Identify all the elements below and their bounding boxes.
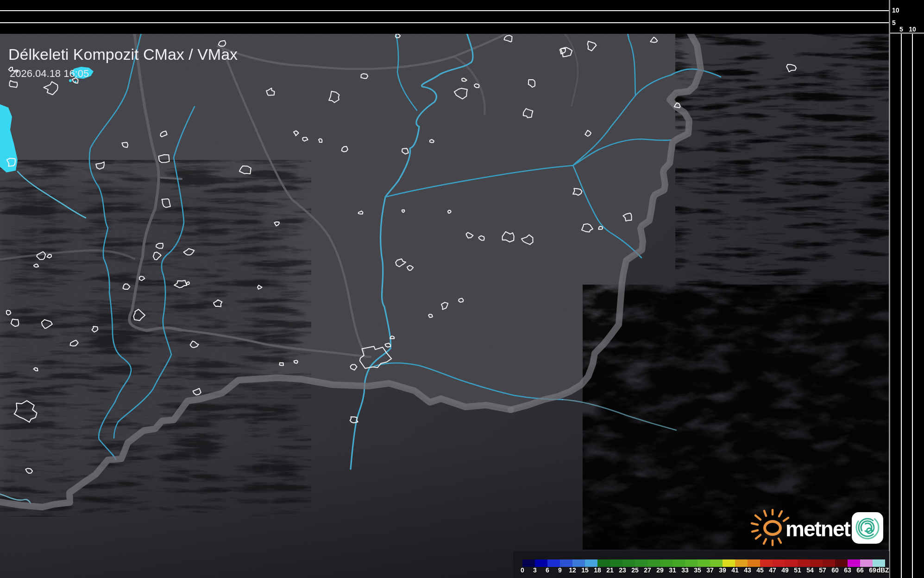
scale-cell xyxy=(735,559,748,567)
right-axis-gridline-5 xyxy=(901,34,902,578)
right-axis-gridline-10 xyxy=(912,34,913,578)
top-axis-gridline-5 xyxy=(0,22,889,23)
right-axis-tick-10: 10 xyxy=(908,25,917,33)
scale-cell xyxy=(547,559,560,567)
sun-icon xyxy=(752,510,788,545)
scale-unit-label: dBZ xyxy=(874,566,892,574)
scale-cell xyxy=(823,559,835,567)
dbz-color-scale: 0369121518212325272931333537394143454749… xyxy=(513,551,889,578)
metnet-app-icon xyxy=(852,512,883,544)
scale-cell xyxy=(572,559,585,567)
scale-cell xyxy=(848,559,860,567)
scale-cell xyxy=(647,559,660,567)
top-axis-gridline-10 xyxy=(0,10,889,11)
panel-divider-vertical xyxy=(889,0,890,578)
top-axis-panel xyxy=(0,0,889,33)
scale-cell xyxy=(710,559,723,567)
scale-cell xyxy=(748,559,760,567)
panel-divider-horizontal xyxy=(889,32,924,34)
timestamp: 2026.04.18 16:05 xyxy=(10,68,89,80)
scale-cell xyxy=(560,559,572,567)
scale-cell xyxy=(685,559,698,567)
metnet-logo[interactable]: metnet xyxy=(749,506,889,550)
scale-cell xyxy=(610,559,622,567)
scale-cell xyxy=(535,559,547,567)
scale-cell xyxy=(785,559,798,567)
scale-cell xyxy=(773,559,785,567)
scale-cell xyxy=(673,559,685,567)
radar-map xyxy=(0,0,924,578)
scale-cell xyxy=(622,559,635,567)
scale-cell xyxy=(635,559,647,567)
scale-cell xyxy=(597,559,610,567)
scale-cell xyxy=(723,559,735,567)
top-axis-tick-5: 5 xyxy=(892,19,896,26)
map-area xyxy=(0,29,889,578)
top-axis-tick-10: 10 xyxy=(892,6,899,14)
scale-cell xyxy=(585,559,597,567)
radar-composite-screen: Délkeleti Kompozit CMax / VMax 2026.04.1… xyxy=(0,0,924,578)
page-title: Délkeleti Kompozit CMax / VMax xyxy=(8,45,238,64)
scale-cell xyxy=(760,559,773,567)
metnet-logo-text: metnet xyxy=(786,516,850,541)
scale-cell xyxy=(835,559,848,567)
right-axis-panel xyxy=(889,0,924,578)
scale-cell xyxy=(522,559,535,567)
scale-cell xyxy=(798,559,810,567)
scale-cell xyxy=(698,559,710,567)
scale-cell xyxy=(860,559,873,567)
right-axis-tick-5: 5 xyxy=(898,25,905,33)
scale-cell xyxy=(660,559,673,567)
road xyxy=(161,178,182,179)
scale-cell xyxy=(873,559,885,567)
map-top-edge xyxy=(0,33,725,34)
scale-cell xyxy=(810,559,823,567)
